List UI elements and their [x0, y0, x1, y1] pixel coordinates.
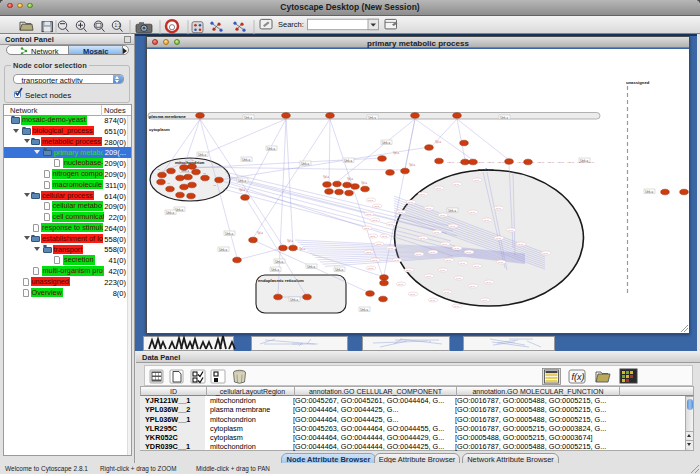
svg-text:Ylr-a: Ylr-a [429, 299, 435, 302]
svg-text:Ylr-a: Ylr-a [485, 281, 491, 284]
svg-text:Ydl-b: Ydl-b [371, 219, 377, 222]
svg-text:Unk-a: Unk-a [344, 158, 352, 162]
svg-text:Unk-a: Unk-a [198, 152, 206, 156]
svg-text:Ylr-a: Ylr-a [407, 201, 413, 204]
svg-text:Unk-a: Unk-a [267, 146, 275, 150]
svg-text:Ydl-b: Ydl-b [363, 227, 369, 230]
svg-text:Ylr-a: Ylr-a [469, 211, 475, 214]
svg-text:Ylr-a: Ylr-a [497, 261, 503, 264]
svg-text:Ylr-a: Ylr-a [469, 285, 475, 288]
svg-text:Unk-a: Unk-a [175, 207, 183, 211]
svg-text:Ylr-a: Ylr-a [433, 231, 439, 234]
svg-text:Ygr-xx: Ygr-xx [587, 160, 595, 163]
svg-text:Ylr-a: Ylr-a [439, 214, 445, 217]
svg-text:Unk-a: Unk-a [301, 161, 309, 165]
svg-text:Ypl-a: Ypl-a [323, 175, 329, 179]
svg-text:Ylr-a: Ylr-a [419, 193, 425, 196]
svg-text:Unk-a: Unk-a [271, 267, 279, 271]
svg-text:Ylr-a: Ylr-a [429, 251, 435, 254]
svg-text:Unk-a: Unk-a [238, 178, 246, 182]
svg-text:Ylr-a: Ylr-a [453, 247, 459, 250]
svg-text:Ylr-a: Ylr-a [459, 262, 465, 265]
svg-text:Ygr-xx: Ygr-xx [487, 160, 495, 163]
svg-text:Ygr-xx: Ygr-xx [547, 160, 555, 163]
svg-text:Ylr-a: Ylr-a [397, 283, 403, 286]
svg-text:Ydl-b: Ydl-b [373, 205, 379, 208]
svg-text:Ylr-a: Ylr-a [381, 235, 387, 238]
svg-text:Ypl-a: Ypl-a [435, 140, 441, 144]
svg-text:Ylr-a: Ylr-a [517, 243, 523, 246]
svg-text:Unk-a: Unk-a [225, 231, 233, 235]
svg-text:Ydl-b: Ydl-b [365, 251, 371, 254]
svg-text:Ydl-b: Ydl-b [367, 267, 373, 270]
svg-text:Ypl-a: Ypl-a [239, 188, 245, 192]
svg-text:Ypl-a: Ypl-a [409, 163, 415, 167]
svg-text:Ylr-a: Ylr-a [495, 207, 501, 210]
svg-text:Unk-a: Unk-a [244, 115, 252, 119]
svg-text:Ygr-xx: Ygr-xx [497, 160, 505, 163]
svg-text:Unk-a: Unk-a [382, 140, 390, 144]
svg-text:Ylr-a: Ylr-a [455, 277, 461, 280]
svg-text:Ylr-a: Ylr-a [425, 207, 431, 210]
svg-text:Ylr-a: Ylr-a [397, 211, 403, 214]
svg-text:Ylr-a: Ylr-a [425, 275, 431, 278]
svg-text:Ylr-a: Ylr-a [393, 259, 399, 262]
svg-text:Ylr-a: Ylr-a [453, 183, 459, 186]
svg-text:Ydl-b: Ydl-b [375, 243, 381, 246]
svg-text:Ylr-a: Ylr-a [441, 243, 447, 246]
svg-text:Unk-a: Unk-a [242, 157, 250, 161]
svg-text:Ypl-a: Ypl-a [299, 247, 305, 251]
svg-text:Ypl-a: Ypl-a [393, 151, 399, 155]
svg-text:1:1: 1:1 [115, 23, 122, 28]
svg-text:Ydl-b: Ydl-b [371, 259, 377, 262]
svg-text:Ydl-b: Ydl-b [365, 213, 371, 216]
svg-text:Ylr-a: Ylr-a [445, 259, 451, 262]
svg-text:nucleus: nucleus [478, 167, 494, 172]
svg-text:Ypl-a: Ypl-a [287, 239, 293, 243]
svg-text:Unk-a: Unk-a [335, 267, 343, 271]
svg-text:unassigned: unassigned [626, 79, 650, 84]
svg-text:Ylr-a: Ylr-a [481, 299, 487, 302]
svg-text:Unk-a: Unk-a [500, 115, 508, 119]
svg-text:Ylr-a: Ylr-a [473, 179, 479, 182]
svg-text:Ylr-a: Ylr-a [495, 237, 501, 240]
svg-text:Search:: Search: [278, 20, 304, 29]
svg-text:plasma membrane: plasma membrane [149, 113, 186, 118]
svg-text:Ylr-a: Ylr-a [483, 219, 489, 222]
svg-text:Ylr-a: Ylr-a [439, 269, 445, 272]
svg-text:Ygr-xx: Ygr-xx [557, 160, 565, 163]
svg-text:Ygr-xx: Ygr-xx [477, 160, 485, 163]
svg-text:Ylr-a: Ylr-a [465, 251, 471, 254]
svg-text:Ypl-a: Ypl-a [257, 231, 263, 235]
svg-text:Ygr-xx: Ygr-xx [537, 160, 545, 163]
svg-text:Unk-a: Unk-a [448, 208, 456, 212]
svg-text:Ypl-a: Ypl-a [347, 177, 353, 181]
svg-text:Unk-a: Unk-a [275, 259, 283, 263]
svg-text:Unk-a: Unk-a [368, 115, 376, 119]
svg-text:Unk-a: Unk-a [307, 264, 315, 268]
svg-text:Ygr-xx: Ygr-xx [567, 160, 575, 163]
svg-text:Ylr-a: Ylr-a [415, 253, 421, 256]
svg-text:Ydl-b: Ydl-b [369, 235, 375, 238]
svg-text:Ylr-a: Ylr-a [419, 237, 425, 240]
svg-text:Ylr-a: Ylr-a [405, 269, 411, 272]
svg-text:Unk-a: Unk-a [290, 297, 298, 301]
svg-text:Ylr-a: Ylr-a [387, 247, 393, 250]
svg-text:Ypl-a: Ypl-a [361, 181, 367, 185]
svg-text:Ygr-xx: Ygr-xx [577, 160, 585, 163]
svg-text:Unk-a: Unk-a [360, 307, 368, 311]
svg-text:Ylr-a: Ylr-a [542, 252, 548, 255]
svg-text:Unk-a: Unk-a [166, 210, 174, 214]
svg-text:endoplasmic reticulum: endoplasmic reticulum [258, 277, 304, 282]
svg-text:cytoplasm: cytoplasm [149, 126, 170, 131]
svg-text:Ylr-a: Ylr-a [443, 291, 449, 294]
svg-text:Ylr-a: Ylr-a [409, 293, 415, 296]
svg-text:Ydl-b: Ydl-b [367, 199, 373, 202]
svg-text:Unk-a: Unk-a [645, 189, 653, 193]
svg-text:Ylr-a: Ylr-a [473, 265, 479, 268]
svg-text:Ylr-a: Ylr-a [449, 225, 455, 228]
svg-text:Ylr-a: Ylr-a [435, 187, 441, 190]
svg-text:Unk-a: Unk-a [219, 247, 227, 251]
svg-text:Ygr-xx: Ygr-xx [447, 160, 455, 163]
svg-text:Ylr-a: Ylr-a [507, 229, 513, 232]
